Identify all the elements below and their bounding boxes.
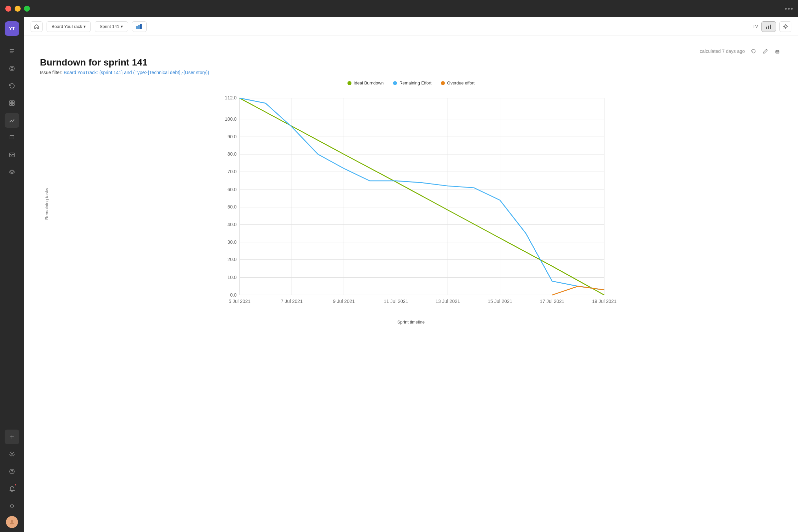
sidebar-nav (5, 44, 19, 430)
legend-label-remaining: Remaining Effort (399, 80, 432, 86)
svg-rect-16 (770, 25, 771, 29)
svg-text:112.0: 112.0 (225, 95, 237, 100)
svg-point-20 (778, 51, 779, 52)
filter-value[interactable]: Board YouTrack: {sprint 141} and (Type:-… (64, 70, 209, 75)
svg-point-1 (11, 68, 13, 70)
tv-label[interactable]: TV (753, 24, 758, 29)
board-selector[interactable]: Board YouTrack ▾ (46, 21, 91, 32)
filter-label: Issue filter: (40, 70, 62, 75)
svg-point-17 (785, 25, 786, 27)
bar-chart-button[interactable] (761, 21, 776, 32)
svg-rect-11 (136, 26, 138, 29)
titlebar (0, 0, 798, 17)
legend-label-overdue: Overdue effort (447, 80, 475, 86)
legend-item-overdue: Overdue effort (441, 80, 475, 86)
page-header: calculated 7 days ago Burndown for spr (40, 46, 782, 75)
svg-text:80.0: 80.0 (227, 151, 237, 157)
traffic-lights (5, 6, 30, 12)
svg-rect-13 (140, 24, 141, 29)
edit-button[interactable] (761, 46, 770, 56)
remaining-effort-line (240, 98, 605, 290)
chart-svg: 0.0 10.0 20.0 30.0 40.0 50.0 60.0 70.0 8… (40, 91, 782, 317)
toolbar: Board YouTrack ▾ Sprint 141 ▾ TV (24, 17, 798, 36)
svg-text:13 Jul 2021: 13 Jul 2021 (436, 299, 460, 304)
svg-text:100.0: 100.0 (225, 116, 237, 122)
chart-actions (749, 46, 782, 56)
menu-dot (791, 8, 793, 10)
home-button[interactable] (31, 21, 42, 32)
board-selector-label: Board YouTrack ▾ (52, 24, 86, 29)
ideal-burndown-line (240, 98, 605, 295)
refresh-button[interactable] (749, 46, 758, 56)
user-avatar[interactable] (6, 516, 18, 528)
legend-dot-overdue (441, 81, 445, 85)
chart-header: calculated 7 days ago (40, 46, 782, 56)
svg-text:50.0: 50.0 (227, 204, 237, 209)
svg-rect-12 (138, 25, 140, 29)
svg-text:20.0: 20.0 (227, 257, 237, 262)
sidebar-item-history[interactable] (5, 78, 19, 93)
svg-text:17 Jul 2021: 17 Jul 2021 (540, 299, 565, 304)
legend-item-remaining: Remaining Effort (393, 80, 432, 86)
sidebar-item-settings[interactable] (5, 447, 19, 461)
svg-text:70.0: 70.0 (227, 169, 237, 174)
sidebar-item-expand[interactable] (5, 499, 19, 513)
svg-text:9 Jul 2021: 9 Jul 2021 (333, 299, 355, 304)
legend-label-ideal: Ideal Burndown (354, 80, 384, 86)
settings-button[interactable] (779, 21, 791, 32)
chart-legend: Ideal Burndown Remaining Effort Overdue … (40, 80, 782, 86)
svg-text:60.0: 60.0 (227, 187, 237, 192)
svg-rect-14 (766, 26, 767, 29)
svg-text:10.0: 10.0 (227, 274, 237, 280)
svg-rect-15 (768, 25, 769, 29)
sprint-selector[interactable]: Sprint 141 ▾ (95, 21, 128, 32)
sidebar-item-inbox[interactable] (5, 148, 19, 162)
titlebar-menu (785, 8, 793, 10)
maximize-button[interactable] (24, 6, 30, 12)
sidebar-item-reports[interactable] (5, 113, 19, 128)
menu-dot (788, 8, 790, 10)
svg-rect-5 (12, 103, 14, 106)
svg-text:30.0: 30.0 (227, 240, 237, 245)
svg-text:5 Jul 2021: 5 Jul 2021 (229, 299, 251, 304)
svg-text:90.0: 90.0 (227, 134, 237, 139)
sidebar-item-notifications[interactable] (5, 481, 19, 496)
sidebar-item-issues[interactable] (5, 44, 19, 58)
sprint-selector-label: Sprint 141 ▾ (100, 24, 123, 29)
svg-point-10 (11, 520, 13, 522)
app-logo[interactable]: YT (5, 21, 19, 36)
add-button[interactable]: + (5, 430, 19, 444)
svg-text:19 Jul 2021: 19 Jul 2021 (592, 299, 616, 304)
toolbar-right: TV (753, 21, 791, 32)
svg-text:7 Jul 2021: 7 Jul 2021 (281, 299, 303, 304)
svg-text:0.0: 0.0 (230, 292, 237, 298)
calculated-text: calculated 7 days ago (700, 49, 745, 54)
sidebar-item-help[interactable] (5, 464, 19, 479)
svg-rect-2 (10, 101, 12, 103)
legend-dot-ideal (347, 81, 352, 85)
page-title: Burndown for sprint 141 (40, 57, 782, 68)
legend-dot-remaining (393, 81, 397, 85)
chart-type-button[interactable] (132, 21, 147, 32)
svg-text:11 Jul 2021: 11 Jul 2021 (384, 299, 408, 304)
minimize-button[interactable] (15, 6, 21, 12)
x-axis-label: Sprint timeline (40, 320, 782, 324)
close-button[interactable] (5, 6, 11, 12)
y-axis-label: Remaining tasks (44, 188, 49, 220)
sidebar-item-board[interactable] (5, 96, 19, 110)
sidebar-item-knowledge[interactable] (5, 130, 19, 145)
chart-area: Remaining tasks (40, 91, 782, 317)
svg-text:40.0: 40.0 (227, 222, 237, 227)
sidebar-item-goals[interactable] (5, 61, 19, 76)
svg-point-9 (12, 473, 12, 474)
filter-row: Issue filter: Board YouTrack: {sprint 14… (40, 70, 782, 75)
app-layout: YT (0, 17, 798, 532)
sidebar: YT (0, 17, 24, 532)
print-button[interactable] (773, 46, 782, 56)
sidebar-bottom: + (5, 430, 19, 528)
main-content: Board YouTrack ▾ Sprint 141 ▾ TV (24, 17, 798, 532)
svg-rect-3 (12, 101, 14, 103)
legend-item-ideal: Ideal Burndown (347, 80, 384, 86)
chart-container: Ideal Burndown Remaining Effort Overdue … (40, 80, 782, 324)
sidebar-item-layers[interactable] (5, 165, 19, 179)
